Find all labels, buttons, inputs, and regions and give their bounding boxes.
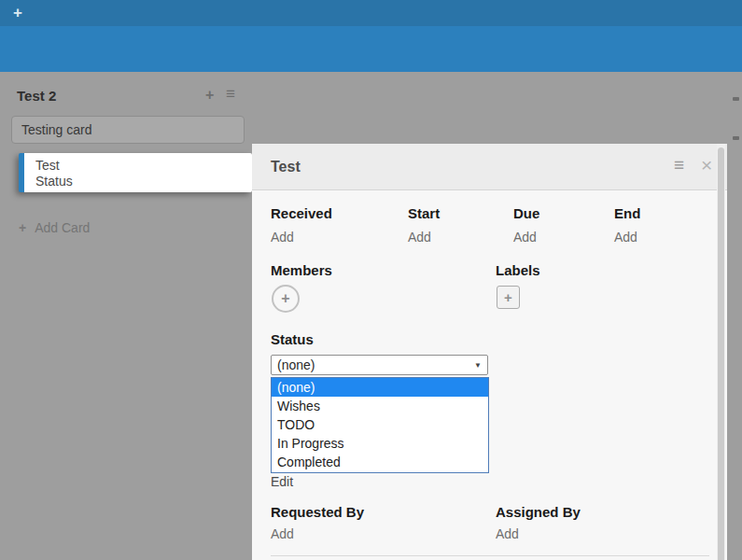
status-selected-value: (none) <box>277 357 315 372</box>
add-label-button[interactable]: + <box>497 286 520 309</box>
hamburger-menu-icon[interactable]: ≡ <box>674 155 684 175</box>
requested-by-add-link[interactable]: Add <box>271 526 294 541</box>
close-icon[interactable]: × <box>701 154 712 176</box>
status-option-completed[interactable]: Completed <box>272 453 488 471</box>
card-detail-title: Test <box>271 159 301 175</box>
status-option-wishes[interactable]: Wishes <box>272 397 488 415</box>
assigned-by-add-link[interactable]: Add <box>496 526 519 541</box>
card-test-selected[interactable]: Test Status <box>19 153 252 192</box>
add-member-button[interactable]: + <box>272 285 300 313</box>
date-end-section: End Add <box>614 205 726 245</box>
start-add-link[interactable]: Add <box>408 230 520 245</box>
status-edit-link[interactable]: Edit <box>271 474 293 489</box>
due-label: Due <box>513 205 625 221</box>
received-add-link[interactable]: Add <box>271 230 383 245</box>
date-received-section: Received Add <box>271 205 383 245</box>
labels-label: Labels <box>496 262 540 278</box>
card-badge: Status <box>35 174 252 189</box>
chevron-down-icon: ▼ <box>474 361 482 370</box>
status-label: Status <box>271 331 314 347</box>
add-card-button[interactable]: +Add Card <box>19 220 90 235</box>
plus-icon: + <box>281 290 289 306</box>
status-select[interactable]: (none) ▼ <box>271 355 488 375</box>
members-label: Members <box>271 262 332 278</box>
add-board-icon[interactable]: + <box>13 4 22 22</box>
plus-icon: + <box>19 220 26 235</box>
top-navbar: + <box>0 0 742 26</box>
card-detail-panel: Test ≡ × Received Add Start Add Due Add … <box>252 144 727 560</box>
card-detail-header: Test ≡ × <box>252 144 727 190</box>
status-option-none[interactable]: (none) <box>272 378 488 397</box>
status-option-todo[interactable]: TODO <box>272 415 488 434</box>
board-header-bar <box>0 26 742 72</box>
status-options-listbox: (none) Wishes TODO In Progress Completed <box>271 377 489 473</box>
received-label: Received <box>271 205 383 221</box>
next-list-add-icon-fragment <box>733 97 739 101</box>
panel-scrollbar-thumb[interactable] <box>718 147 724 560</box>
card-title: Testing card <box>21 122 91 137</box>
list-menu-icon[interactable]: ≡ <box>226 85 235 104</box>
end-label: End <box>614 205 726 221</box>
date-due-section: Due Add <box>513 205 625 245</box>
end-add-link[interactable]: Add <box>614 230 726 245</box>
requested-by-label: Requested By <box>271 504 364 520</box>
card-testing-card[interactable]: Testing card <box>11 116 245 144</box>
list-title: Test 2 <box>17 88 56 104</box>
assigned-by-label: Assigned By <box>496 504 581 520</box>
start-label: Start <box>408 205 520 221</box>
date-start-section: Start Add <box>408 205 520 245</box>
next-list-card-fragment <box>733 136 739 140</box>
section-divider <box>271 555 709 556</box>
card-title: Test <box>35 158 252 174</box>
status-option-in-progress[interactable]: In Progress <box>272 434 488 453</box>
add-card-label: Add Card <box>35 220 90 235</box>
plus-icon: + <box>504 289 512 305</box>
board-canvas: Test 2 + ≡ Testing card Test Status +Add… <box>0 72 742 560</box>
list-add-card-icon[interactable]: + <box>205 87 214 104</box>
due-add-link[interactable]: Add <box>513 230 625 245</box>
